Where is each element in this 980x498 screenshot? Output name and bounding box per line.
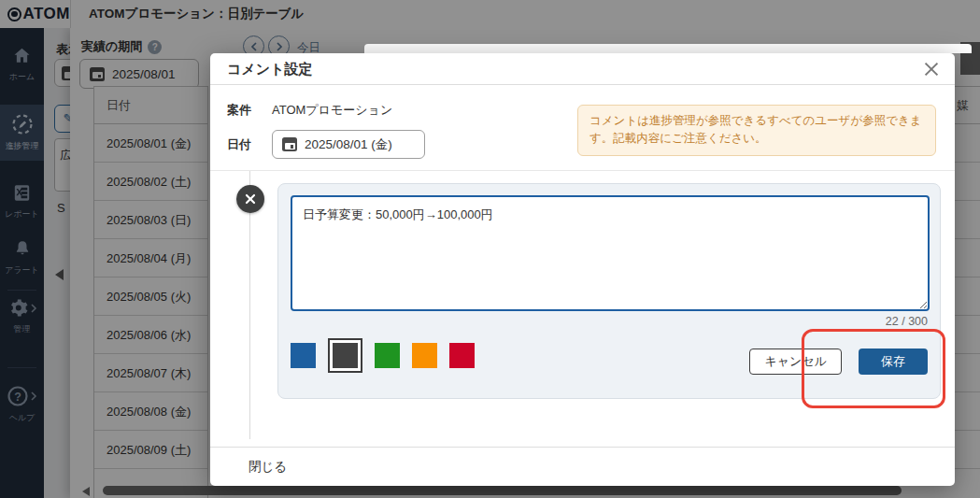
modal-header: コメント設定 [210, 53, 955, 85]
char-count: 22 / 300 [291, 315, 928, 328]
comment-textarea[interactable]: 日予算変更：50,000円→100,000円 [291, 195, 930, 311]
save-button[interactable]: 保存 [859, 349, 928, 375]
date-label: 日付 [227, 136, 251, 153]
comment-settings-modal: コメント設定 案件 ATOMプロモーション コメントは進捗管理が参照できるすべて… [210, 53, 955, 486]
color-swatch-green[interactable] [375, 343, 400, 368]
color-swatch-blue[interactable] [291, 343, 316, 368]
close-icon[interactable] [923, 61, 940, 78]
color-swatch-selected-frame[interactable] [328, 338, 362, 373]
background-input-fragment [364, 44, 972, 53]
x-icon [245, 193, 256, 205]
comment-datepicker[interactable]: 2025/08/01 (金) [272, 130, 425, 159]
case-label: 案件 [227, 102, 251, 119]
card-bottom-row: キャンセル 保存 [291, 336, 928, 375]
comment-date-value: 2025/08/01 (金) [305, 136, 392, 153]
calendar-icon [282, 137, 297, 151]
color-swatch-orange[interactable] [412, 343, 437, 368]
date-row: 日付 2025/08/01 (金) [227, 130, 425, 159]
color-swatch-red[interactable] [449, 343, 475, 368]
color-swatch-gray-selected[interactable] [333, 343, 358, 368]
section-divider [210, 170, 955, 171]
comment-card: 日予算変更：50,000円→100,000円 22 / 300 キャンセル 保存 [277, 183, 941, 399]
cancel-button[interactable]: キャンセル [749, 349, 842, 375]
close-modal-link[interactable]: 閉じる [249, 459, 287, 476]
case-value: ATOMプロモーション [272, 102, 392, 119]
comment-notice: コメントは進捗管理が参照できるすべてのユーザが参照できます。記載内容にご注意くだ… [577, 105, 936, 156]
modal-footer: 閉じる [210, 447, 955, 486]
case-row: 案件 ATOMプロモーション [227, 102, 392, 119]
delete-comment-button[interactable] [236, 185, 264, 213]
modal-title: コメント設定 [227, 61, 312, 78]
button-group: キャンセル 保存 [749, 349, 928, 375]
screen: ATOM ATOMプロモーション：日別テーブル ホーム 進捗管理 レポート アラ… [0, 0, 980, 498]
